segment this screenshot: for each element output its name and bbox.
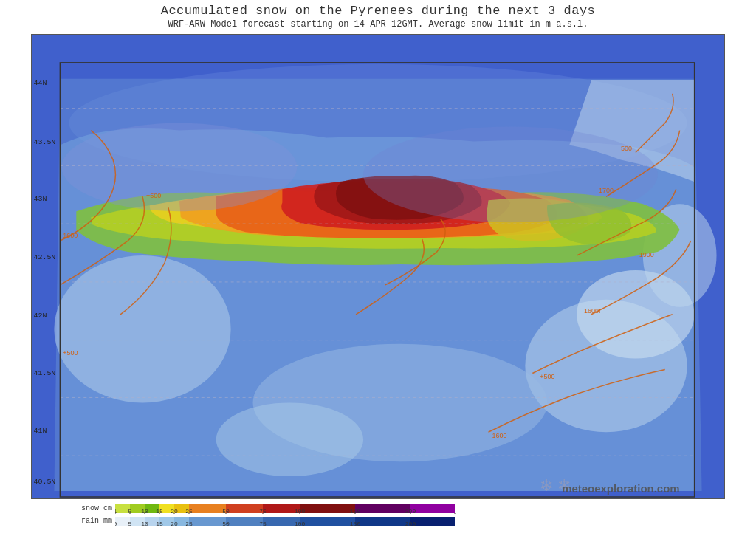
svg-text:100: 100 — [295, 508, 306, 514]
map-wrapper: 1600 +500 +500 1700 500 1900 1600! +500 … — [31, 34, 725, 499]
snow-legend-row: snow cm — [68, 504, 499, 514]
svg-point-8 — [61, 123, 297, 211]
svg-rect-43 — [226, 504, 263, 513]
svg-point-9 — [363, 126, 658, 222]
svg-text:42N: 42N — [33, 311, 47, 319]
svg-text:20: 20 — [171, 508, 178, 514]
svg-rect-79 — [300, 517, 355, 526]
title-area: Accumulated snow on the Pyrenees during … — [161, 0, 596, 32]
map-svg: 1600 +500 +500 1700 500 1900 1600! +500 … — [32, 35, 724, 498]
svg-text:44N: 44N — [33, 78, 47, 86]
svg-text:50: 50 — [222, 508, 230, 514]
svg-text:25: 25 — [185, 508, 193, 514]
svg-text:43N: 43N — [33, 195, 47, 203]
svg-rect-80 — [355, 517, 410, 526]
svg-rect-46 — [355, 504, 410, 513]
svg-text:15: 15 — [156, 508, 163, 514]
rain-legend-row: rain mm 0 5 10 15 20 25 — [68, 516, 499, 526]
svg-point-5 — [216, 402, 363, 476]
svg-text:5: 5 — [128, 521, 132, 526]
svg-text:20: 20 — [171, 521, 178, 526]
svg-text:40.5N: 40.5N — [33, 478, 55, 486]
svg-text:42.5N: 42.5N — [33, 253, 55, 261]
svg-text:1600: 1600 — [492, 432, 507, 439]
subtitle: WRF-ARW Model forecast starting on 14 AP… — [161, 19, 596, 31]
svg-text:1600: 1600 — [63, 232, 78, 239]
svg-text:150: 150 — [350, 521, 361, 526]
svg-point-2 — [54, 255, 230, 402]
svg-text:500: 500 — [621, 145, 632, 152]
svg-text:1700: 1700 — [599, 187, 614, 194]
svg-text:50: 50 — [222, 521, 230, 526]
svg-text:41.5N: 41.5N — [33, 368, 55, 377]
svg-rect-76 — [189, 517, 226, 526]
rain-label: rain mm — [68, 517, 112, 525]
svg-text:0: 0 — [115, 521, 117, 526]
svg-text:200: 200 — [405, 508, 416, 514]
svg-text:43.5N: 43.5N — [33, 137, 55, 145]
svg-rect-47 — [410, 504, 455, 513]
svg-text:1600!: 1600! — [584, 306, 600, 314]
svg-text:41N: 41N — [33, 427, 47, 435]
svg-text:100: 100 — [295, 521, 306, 526]
svg-rect-81 — [410, 517, 455, 526]
svg-text:75: 75 — [259, 508, 267, 514]
svg-text:1: 1 — [115, 508, 117, 514]
legend-area: snow cm — [31, 499, 725, 529]
rain-colorbar: 0 5 10 15 20 25 50 75 100 150 200 — [115, 516, 499, 526]
svg-text:meteoexploration.com: meteoexploration.com — [562, 482, 679, 495]
svg-text:25: 25 — [185, 521, 193, 526]
svg-text:+500: +500 — [540, 373, 554, 380]
svg-rect-42 — [189, 504, 226, 513]
main-title: Accumulated snow on the Pyrenees during … — [161, 3, 596, 19]
svg-rect-77 — [226, 517, 263, 526]
svg-text:200: 200 — [405, 521, 416, 526]
svg-text:5: 5 — [128, 508, 132, 514]
svg-text:+500: +500 — [146, 192, 161, 199]
svg-rect-45 — [300, 504, 355, 513]
svg-text:10: 10 — [141, 521, 148, 526]
svg-text:150: 150 — [350, 508, 361, 514]
svg-text:15: 15 — [156, 521, 163, 526]
svg-text:10: 10 — [141, 508, 148, 514]
snow-colorbar: 1 5 10 15 20 25 50 75 100 150 200 — [115, 504, 499, 514]
svg-text:1900: 1900 — [639, 251, 654, 258]
page-container: Accumulated snow on the Pyrenees during … — [0, 0, 756, 539]
snow-label: snow cm — [68, 504, 112, 512]
svg-text:+500: +500 — [63, 349, 78, 356]
svg-text:75: 75 — [259, 521, 267, 526]
